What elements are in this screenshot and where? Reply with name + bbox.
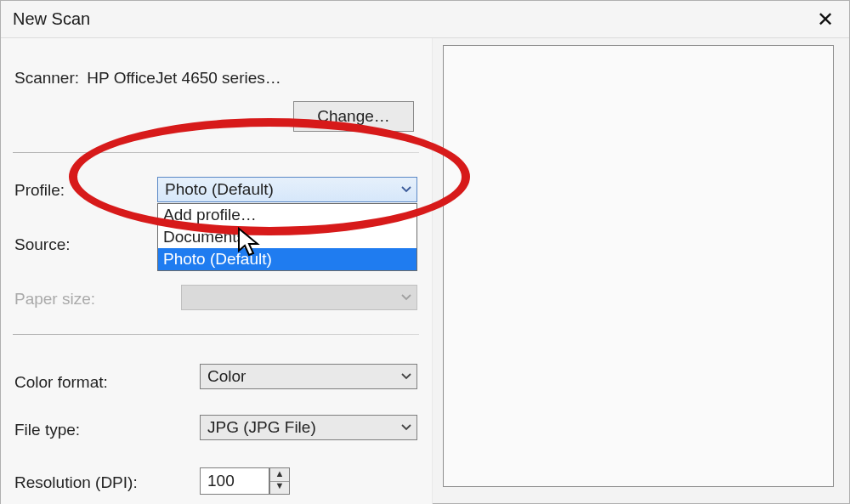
profile-label: Profile: [14,181,65,199]
separator [13,334,419,335]
paper-size-label: Paper size: [14,290,95,308]
color-format-selected: Color [207,367,246,386]
separator [13,152,419,153]
resolution-value[interactable]: 100 [200,467,269,495]
change-scanner-button[interactable]: Change… [293,101,414,132]
profile-dropdown[interactable]: Photo (Default) [157,177,417,202]
chevron-down-icon [401,292,410,301]
spinner-down-icon[interactable]: ▼ [270,480,289,494]
chevron-down-icon [401,422,410,431]
profile-options-list[interactable]: Add profile… Documents Photo (Default) [157,203,417,271]
file-type-label: File type: [14,421,80,439]
window-title: New Scan [13,9,90,29]
scanner-label-prefix: Scanner: [14,69,79,87]
close-icon: ✕ [817,8,834,31]
scan-preview-panel [443,45,834,487]
chevron-down-icon [401,184,410,193]
change-scanner-button-label: Change… [317,107,390,125]
paper-size-dropdown [181,285,417,310]
settings-panel: Scanner: HP OfficeJet 4650 series… Chang… [1,38,433,504]
file-type-dropdown[interactable]: JPG (JPG File) [200,415,417,440]
titlebar: New Scan ✕ [1,1,849,38]
chevron-down-icon [401,371,410,380]
file-type-selected: JPG (JPG File) [207,418,316,437]
source-label: Source: [14,235,70,253]
color-format-label: Color format: [14,373,108,391]
scanner-row: Scanner: HP OfficeJet 4650 series… [14,69,422,88]
profile-option-photo-default[interactable]: Photo (Default) [158,248,416,270]
profile-selected: Photo (Default) [165,180,274,199]
resolution-label: Resolution (DPI): [14,473,138,491]
close-button[interactable]: ✕ [802,1,849,38]
color-format-dropdown[interactable]: Color [200,364,417,389]
scanner-name: HP OfficeJet 4650 series… [87,69,280,87]
new-scan-window: New Scan ✕ Scanner: HP OfficeJet 4650 se… [0,0,850,504]
profile-option-add[interactable]: Add profile… [158,204,416,226]
resolution-arrows: ▲ ▼ [269,467,290,495]
resolution-spinner[interactable]: 100 ▲ ▼ [200,467,290,495]
profile-option-documents[interactable]: Documents [158,226,416,248]
